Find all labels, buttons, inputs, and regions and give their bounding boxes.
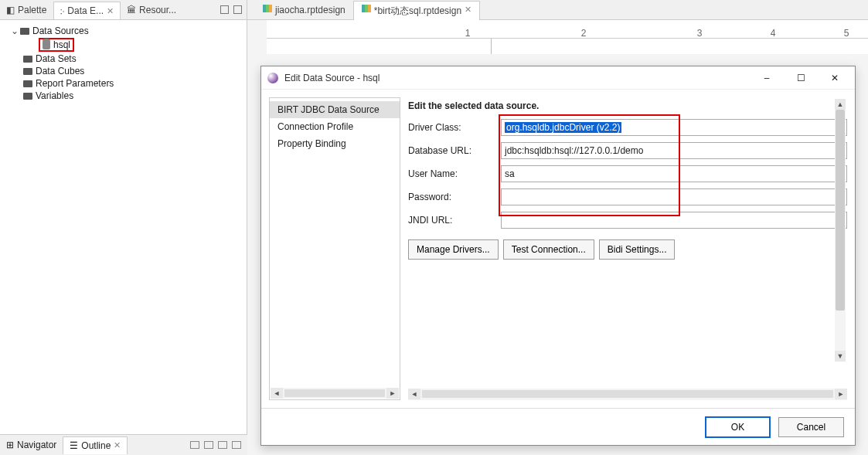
label-database-url: Database URL: [408,145,493,156]
scroll-thumb[interactable] [284,389,385,397]
close-icon[interactable]: ✕ [465,5,471,18]
tab-resource-explorer[interactable]: 🏛 Resour... [121,2,183,19]
tree-label: Data Sources [32,25,89,36]
input-password[interactable] [501,188,847,205]
view-icon-1[interactable] [190,441,199,449]
tab-label: Palette [18,5,46,15]
tab-label: jiaocha.rptdesign [275,5,345,15]
bottom-toolbar [190,441,247,449]
folder-icon [23,56,32,63]
tab-label: Navigator [17,440,56,450]
folder-icon [23,68,32,75]
tree-node-hsql[interactable]: hsql [3,37,243,53]
dialog-body: BIRT JDBC Data Source Connection Profile… [261,90,855,408]
ruler-mark: 4 [771,28,776,39]
bidi-settings-button[interactable]: Bidi Settings... [599,239,676,260]
scroll-down-icon[interactable]: ▼ [835,351,846,362]
editor-tab-jiaocha[interactable]: jiaocha.rptdesign [255,2,353,19]
tab-outline[interactable]: ☰ Outline ✕ [63,436,128,454]
tab-label: Outline [81,440,111,451]
input-driver-class[interactable]: org.hsqldb.jdbcDriver (v2.2) [501,119,847,136]
scroll-thumb[interactable] [836,110,845,311]
input-value: jdbc:hsqldb:hsql://127.0.0.1/demo [505,145,643,156]
eclipse-icon [267,73,278,83]
editor-tab-birt-sql[interactable]: *birt动态sql.rptdesign ✕ [353,1,480,21]
sidebar-item-jdbc[interactable]: BIRT JDBC Data Source [270,101,400,118]
dialog-titlebar[interactable]: Edit Data Source - hsql – ☐ ✕ [261,66,855,90]
tab-navigator[interactable]: ⊞ Navigator [0,436,63,453]
form-grid: Driver Class: org.hsqldb.jdbcDriver (v2.… [408,119,847,229]
horizontal-ruler: 1 2 3 4 5 [267,20,868,39]
maximize-icon[interactable] [232,441,241,449]
scroll-left-icon[interactable]: ◄ [408,389,420,399]
tree-node-data-sources[interactable]: ⌄ Data Sources [3,25,243,37]
tab-label: Data E... [67,5,104,16]
sidebar-scrollbar[interactable]: ◄ ► [271,388,399,399]
data-explorer-panel: ◧ Palette ჻ Data E... ✕ 🏛 Resour... ⌄ Da… [0,0,247,434]
panel-toolbar [220,5,247,14]
close-icon[interactable]: ✕ [114,440,121,451]
window-minimize-button[interactable]: – [753,67,781,89]
label-jndi-url: JNDI URL: [408,215,493,226]
scroll-right-icon[interactable]: ► [386,388,399,399]
dialog-form: Edit the selected data source. Driver Cl… [408,97,847,400]
tree-label: Data Sets [36,53,77,64]
sidebar-item-connection-profile[interactable]: Connection Profile [270,118,400,135]
label-password: Password: [408,192,493,202]
input-user-name[interactable]: sa [501,165,847,182]
close-icon[interactable]: ✕ [107,6,114,16]
form-vertical-scrollbar[interactable]: ▲ ▼ [835,99,846,362]
dialog-sidebar: BIRT JDBC Data Source Connection Profile… [269,97,400,400]
maximize-icon[interactable] [233,5,242,14]
editor-tab-strip: jiaocha.rptdesign *birt动态sql.rptdesign ✕ [247,0,868,20]
manage-drivers-button[interactable]: Manage Drivers... [408,239,499,260]
tree-node-data-cubes[interactable]: Data Cubes [3,65,243,77]
database-icon [43,40,50,49]
tree-label: hsql [53,39,70,50]
input-database-url[interactable]: jdbc:hsqldb:hsql://127.0.0.1/demo [501,142,847,159]
ruler-mark: 2 [581,28,587,39]
view-icon-2[interactable] [204,441,213,449]
tree-node-data-sets[interactable]: Data Sets [3,53,243,65]
dialog-title: Edit Data Source - hsql [284,73,747,83]
minimize-icon[interactable] [220,5,229,14]
window-close-button[interactable]: ✕ [821,67,849,89]
folder-icon [20,28,29,35]
scroll-right-icon[interactable]: ► [835,389,847,399]
hsql-highlighted: hsql [39,38,74,52]
left-tab-strip: ◧ Palette ჻ Data E... ✕ 🏛 Resour... [0,0,247,20]
resource-icon: 🏛 [127,5,136,15]
tree-label: Report Parameters [36,78,114,89]
tab-label: *birt动态sql.rptdesign [374,5,461,18]
tree-node-variables[interactable]: Variables [3,90,243,102]
dialog-footer: OK Cancel [261,408,855,445]
section-title: Edit the selected data source. [408,97,847,119]
sidebar-item-property-binding[interactable]: Property Binding [270,135,400,152]
caret-icon: ⌄ [11,25,17,36]
scroll-left-icon[interactable]: ◄ [271,388,283,399]
button-row: Manage Drivers... Test Connection... Bid… [408,239,847,260]
edit-data-source-dialog: Edit Data Source - hsql – ☐ ✕ BIRT JDBC … [260,66,856,446]
data-tree: ⌄ Data Sources hsql Data Sets Data Cubes… [0,20,247,107]
bottom-left-panel: ⊞ Navigator ☰ Outline ✕ [0,434,247,455]
test-connection-button[interactable]: Test Connection... [503,239,594,260]
ok-button[interactable]: OK [705,416,771,438]
input-jndi-url[interactable] [501,212,847,229]
report-icon [263,5,272,12]
folder-icon [23,80,32,87]
cancel-button[interactable]: Cancel [778,417,844,437]
input-value: sa [505,168,515,179]
data-icon: ჻ [60,5,64,16]
tab-label: Resour... [139,5,176,15]
scroll-thumb[interactable] [422,390,833,398]
label-user-name: User Name: [408,168,493,179]
tab-palette[interactable]: ◧ Palette [0,2,53,19]
tree-node-report-parameters[interactable]: Report Parameters [3,77,243,90]
scroll-up-icon[interactable]: ▲ [835,99,846,110]
window-maximize-button[interactable]: ☐ [787,67,815,89]
folder-icon [23,93,32,100]
minimize-icon[interactable] [218,441,227,449]
input-value: org.hsqldb.jdbcDriver (v2.2) [505,122,621,133]
tab-data-explorer[interactable]: ჻ Data E... ✕ [53,2,121,19]
form-scrollbar[interactable]: ◄ ► [408,389,847,400]
